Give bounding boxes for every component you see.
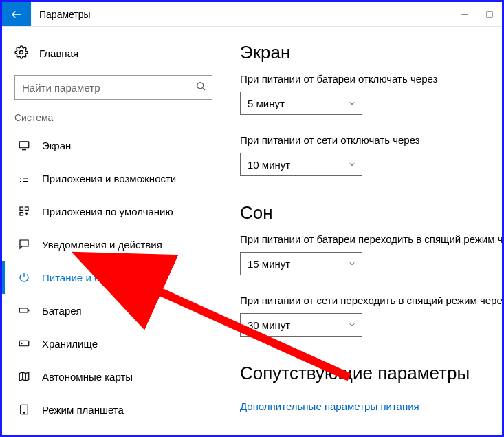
svg-point-11 bbox=[23, 412, 25, 414]
svg-rect-4 bbox=[20, 207, 23, 211]
sidebar-item-label: Батарея bbox=[42, 305, 82, 317]
sidebar-item-label: Экран bbox=[42, 140, 71, 151]
dropdown-value: 30 минут bbox=[248, 319, 290, 331]
sidebar-item-label: Хранилище bbox=[42, 338, 98, 350]
sidebar-item-label: Приложения по умолчанию bbox=[42, 206, 173, 217]
sidebar-item-power-sleep[interactable]: Питание и спящий режим bbox=[2, 261, 225, 294]
sidebar-item-label: Режим планшета bbox=[42, 404, 124, 416]
chevron-down-icon bbox=[348, 159, 356, 171]
titlebar: Параметры bbox=[2, 2, 502, 27]
power-icon bbox=[17, 271, 31, 284]
map-icon bbox=[17, 370, 31, 383]
main-content: Экран При питании от батареи отключать ч… bbox=[225, 27, 502, 435]
sidebar-item-label: Автономные карты bbox=[42, 371, 133, 383]
svg-rect-6 bbox=[20, 213, 23, 216]
gear-icon bbox=[14, 45, 28, 61]
sidebar-item-default-apps[interactable]: Приложения по умолчанию bbox=[2, 195, 225, 228]
sidebar-section-label: Система bbox=[2, 112, 225, 129]
svg-rect-7 bbox=[19, 308, 28, 312]
dropdown-plugged-sleep[interactable]: 30 минут bbox=[240, 313, 362, 337]
sidebar-item-offline-maps[interactable]: Автономные карты bbox=[2, 360, 225, 393]
tablet-icon bbox=[17, 403, 31, 416]
sidebar-item-tablet-mode[interactable]: Режим планшета bbox=[2, 393, 225, 426]
message-icon bbox=[17, 238, 31, 251]
chevron-down-icon bbox=[348, 319, 356, 331]
sidebar-item-notifications[interactable]: Уведомления и действия bbox=[2, 228, 225, 261]
heading-related: Сопутствующие параметры bbox=[240, 363, 502, 384]
list-icon bbox=[17, 172, 31, 184]
dropdown-value: 10 минут bbox=[248, 159, 290, 171]
chevron-down-icon bbox=[348, 98, 356, 109]
dropdown-battery-sleep[interactable]: 15 минут bbox=[240, 252, 362, 275]
dropdown-battery-off[interactable]: 5 минут bbox=[240, 92, 362, 115]
search-icon bbox=[195, 80, 207, 95]
sidebar-item-apps[interactable]: Приложения и возможности bbox=[2, 162, 225, 195]
storage-icon bbox=[17, 337, 31, 350]
svg-rect-5 bbox=[25, 207, 29, 211]
chevron-down-icon bbox=[348, 258, 356, 270]
sidebar: Главная Система Экран Приложения и возмо… bbox=[2, 27, 225, 435]
dropdown-value: 15 минут bbox=[248, 258, 290, 270]
sidebar-item-storage[interactable]: Хранилище bbox=[2, 327, 225, 360]
svg-rect-0 bbox=[487, 12, 492, 17]
svg-point-2 bbox=[197, 83, 204, 89]
svg-point-9 bbox=[21, 343, 23, 344]
search-input[interactable] bbox=[14, 75, 212, 100]
sidebar-home[interactable]: Главная bbox=[2, 39, 225, 67]
label-plugged-off: При питании от сети отключать через bbox=[240, 134, 502, 146]
minimize-button[interactable] bbox=[452, 2, 477, 26]
sidebar-home-label: Главная bbox=[39, 47, 78, 59]
sidebar-item-label: Питание и спящий режим bbox=[42, 272, 164, 284]
dropdown-value: 5 минут bbox=[248, 98, 285, 109]
heading-screen: Экран bbox=[240, 42, 502, 63]
svg-rect-3 bbox=[19, 142, 29, 148]
sidebar-item-display[interactable]: Экран bbox=[2, 129, 225, 162]
label-plugged-sleep: При питании от сети переходить в спящий … bbox=[240, 295, 502, 306]
dropdown-plugged-off[interactable]: 10 минут bbox=[240, 153, 362, 176]
heading-sleep: Сон bbox=[240, 202, 502, 224]
label-battery-off: При питании от батареи отключать через bbox=[240, 73, 502, 85]
display-icon bbox=[17, 139, 31, 151]
grid-icon bbox=[17, 205, 31, 217]
back-button[interactable] bbox=[2, 2, 31, 26]
sidebar-item-label: Уведомления и действия bbox=[42, 239, 162, 251]
link-additional-power[interactable]: Дополнительные параметры питания bbox=[240, 401, 419, 412]
sidebar-item-label: Приложения и возможности bbox=[42, 173, 176, 184]
svg-point-1 bbox=[20, 50, 23, 54]
maximize-button[interactable] bbox=[477, 2, 502, 26]
window-title: Параметры bbox=[31, 2, 99, 26]
battery-icon bbox=[17, 304, 31, 317]
sidebar-item-battery[interactable]: Батарея bbox=[2, 294, 225, 327]
label-battery-sleep: При питании от батареи переходить в спящ… bbox=[240, 233, 502, 245]
